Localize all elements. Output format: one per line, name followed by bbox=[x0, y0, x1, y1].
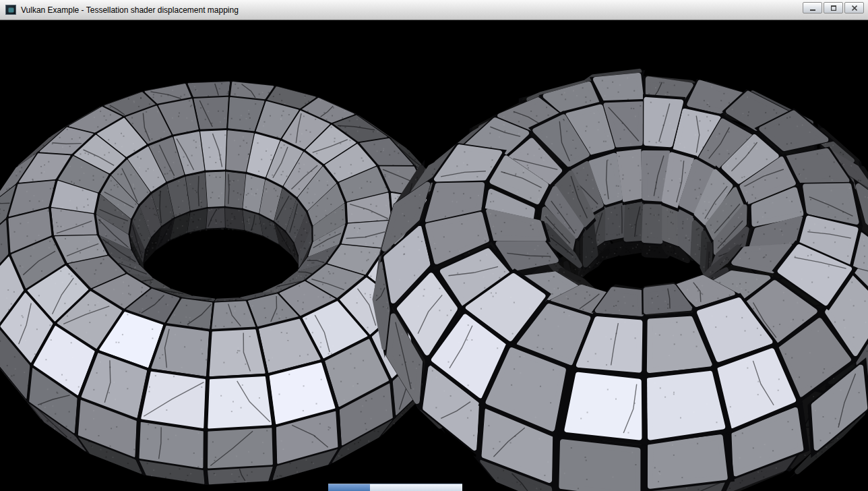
render-viewport[interactable] bbox=[0, 20, 868, 491]
window-controls bbox=[803, 2, 864, 13]
app-window: Vulkan Example - Tessellation shader dis… bbox=[0, 0, 868, 491]
maximize-icon bbox=[830, 5, 837, 11]
title-bar[interactable]: Vulkan Example - Tessellation shader dis… bbox=[0, 0, 868, 20]
maximize-button[interactable] bbox=[824, 2, 843, 13]
app-icon[interactable] bbox=[5, 5, 16, 15]
minimize-button[interactable] bbox=[803, 2, 822, 13]
taskbar-button-fragment[interactable] bbox=[328, 484, 370, 491]
window-title: Vulkan Example - Tessellation shader dis… bbox=[21, 5, 239, 15]
minimize-icon bbox=[809, 5, 816, 11]
taskbar-fragment[interactable] bbox=[328, 484, 462, 491]
app-icon-glyph bbox=[9, 8, 13, 12]
close-button[interactable] bbox=[844, 2, 864, 13]
close-icon bbox=[851, 5, 858, 11]
